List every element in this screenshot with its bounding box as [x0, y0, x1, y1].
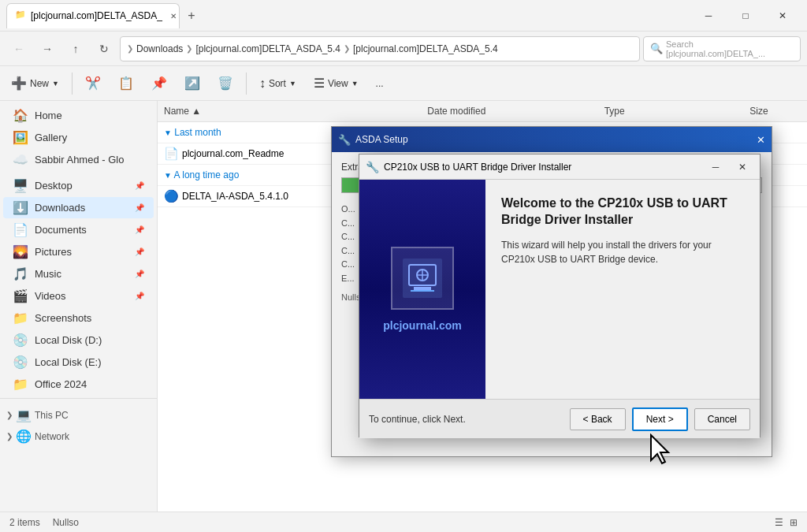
view-button[interactable]: ☰ View ▼ — [306, 71, 366, 95]
more-button[interactable]: ... — [368, 73, 392, 94]
new-chevron-icon: ▼ — [52, 80, 59, 87]
addr-chevron-2: ❯ — [186, 44, 192, 53]
cp210x-close-button[interactable]: ✕ — [731, 156, 753, 178]
sort-icon: ↕️ — [259, 76, 266, 91]
music-pin-icon: 📌 — [135, 270, 144, 278]
cp210x-right-panel: Welcome to the CP210x USB to UART Bridge… — [485, 180, 760, 399]
window-controls: ─ □ ✕ — [690, 0, 801, 32]
new-icon: ➕ — [11, 76, 27, 91]
col-type[interactable]: Type — [598, 101, 744, 122]
sidebar-item-gallery[interactable]: 🖼️ Gallery — [3, 127, 154, 148]
sidebar-item-office2024[interactable]: 📁 Office 2024 — [3, 374, 154, 395]
share-button[interactable]: ↗️ — [177, 71, 208, 95]
sidebar-item-downloads[interactable]: ⬇️ Downloads 📌 — [3, 197, 154, 218]
home-icon: 🏠 — [13, 108, 28, 123]
screenshots-icon: 📁 — [13, 311, 28, 326]
file-doc-icon: 📄 — [164, 147, 179, 161]
sort-label: Sort — [269, 78, 286, 89]
sidebar-item-desktop[interactable]: 🖥️ Desktop 📌 — [3, 175, 154, 196]
address-bar[interactable]: ❯ Downloads ❯ [plcjournal.com]DELTA_ASDA… — [120, 36, 640, 61]
active-tab[interactable]: 📁 [plcjournal.com]DELTA_ASDA_ ✕ — [6, 3, 180, 28]
status-right: ☰ ⊞ — [775, 517, 798, 528]
cp210x-logo-svg — [403, 259, 442, 298]
sidebar-onedrive-label: Sabbir Ahmed - Glo — [35, 154, 124, 166]
cp210x-next-button[interactable]: Next > — [632, 407, 688, 431]
cp210x-cancel-button[interactable]: Cancel — [694, 408, 750, 430]
group-chevron-icon: ▼ — [164, 128, 172, 137]
sidebar-item-onedrive[interactable]: ☁️ Sabbir Ahmed - Glo — [3, 149, 154, 170]
sidebar-item-screenshots[interactable]: 📁 Screenshots — [3, 307, 154, 329]
addr-chevron-1: ❯ — [127, 44, 133, 53]
new-button[interactable]: ➕ New ▼ — [3, 71, 67, 95]
up-button[interactable]: ↑ — [63, 36, 88, 61]
maximize-button[interactable]: □ — [727, 0, 764, 32]
cp210x-welcome-title: Welcome to the CP210x USB to UART Bridge… — [501, 195, 744, 229]
thispc-icon: 💻 — [16, 407, 32, 422]
search-icon: 🔍 — [650, 43, 663, 54]
table-header-row: Name ▲ Date modified Type Size — [158, 101, 807, 122]
command-bar: ➕ New ▼ ✂️ 📋 📌 ↗️ 🗑️ ↕️ Sort ▼ ☰ View ▼ … — [0, 66, 807, 101]
view-label: View — [328, 78, 348, 89]
desktop-icon: 🖥️ — [13, 178, 28, 193]
sidebar-item-home[interactable]: 🏠 Home — [3, 105, 154, 126]
sidebar-item-documents[interactable]: 📄 Documents 📌 — [3, 219, 154, 240]
status-nullsoft: Nullso — [53, 517, 79, 528]
sort-button[interactable]: ↕️ Sort ▼ — [251, 72, 304, 95]
installer-close-icon[interactable]: ✕ — [757, 134, 765, 146]
sidebar-downloads-label: Downloads — [35, 202, 85, 214]
copy-icon: 📋 — [118, 76, 134, 91]
back-button[interactable]: ← — [6, 36, 32, 61]
sidebar-local-d-label: Local Disk (D:) — [35, 334, 102, 346]
col-size[interactable]: Size — [743, 101, 807, 122]
item-count: 2 items — [9, 517, 40, 528]
sidebar-item-local-e[interactable]: 💿 Local Disk (E:) — [3, 352, 154, 373]
svg-rect-2 — [414, 287, 431, 290]
minimize-button[interactable]: ─ — [690, 0, 727, 32]
cp210x-dialog: 🔧 CP210x USB to UART Bridge Driver Insta… — [359, 154, 761, 437]
tab-close-button[interactable]: ✕ — [170, 9, 177, 22]
tab-folder-icon: 📁 — [15, 9, 26, 22]
pictures-pin-icon: 📌 — [135, 247, 144, 256]
pictures-icon: 🌄 — [13, 244, 28, 259]
paste-icon: 📌 — [151, 76, 167, 91]
col-date[interactable]: Date modified — [421, 101, 597, 122]
delete-button[interactable]: 🗑️ — [210, 71, 241, 95]
network-icon: 🌐 — [16, 429, 32, 444]
sidebar-thispc-section[interactable]: ❯ 💻 This PC — [0, 404, 157, 426]
close-button[interactable]: ✕ — [764, 0, 801, 32]
cp210x-title-icon: 🔧 — [366, 161, 379, 173]
sidebar-desktop-label: Desktop — [35, 180, 73, 192]
installer-title-text: ASDA Setup — [355, 134, 408, 145]
file-exe-icon: 🔵 — [164, 189, 179, 203]
cp210x-minimize-button[interactable]: ─ — [705, 156, 727, 178]
sidebar-office2024-label: Office 2024 — [35, 378, 87, 390]
search-box[interactable]: 🔍 Search [plcjournal.com]DELTA_... — [643, 36, 801, 61]
sidebar-network-section[interactable]: ❯ 🌐 Network — [0, 426, 157, 447]
videos-pin-icon: 📌 — [135, 292, 144, 300]
cp210x-welcome-text: This wizard will help you install the dr… — [501, 238, 744, 266]
view-grid-icon[interactable]: ⊞ — [790, 517, 798, 528]
copy-button[interactable]: 📋 — [110, 71, 142, 95]
videos-icon: 🎬 — [13, 288, 28, 303]
sidebar-item-pictures[interactable]: 🌄 Pictures 📌 — [3, 241, 154, 262]
sidebar-item-videos[interactable]: 🎬 Videos 📌 — [3, 285, 154, 307]
cut-button[interactable]: ✂️ — [77, 71, 109, 95]
cp210x-back-button[interactable]: < Back — [570, 408, 626, 430]
tab-title: [plcjournal.com]DELTA_ASDA_ — [31, 10, 162, 21]
forward-button[interactable]: → — [35, 36, 60, 61]
office2024-icon: 📁 — [13, 377, 28, 392]
new-tab-button[interactable]: + — [180, 4, 203, 28]
addr-delta2: [plcjournal.com]DELTA_ASDA_5.4 — [353, 43, 498, 54]
cut-icon: ✂️ — [85, 76, 101, 91]
cp210x-logo-text: plcjournal.com — [383, 319, 462, 332]
refresh-button[interactable]: ↻ — [91, 36, 117, 61]
addr-delta1: [plcjournal.com]DELTA_ASDA_5.4 — [195, 43, 340, 54]
sidebar-item-music[interactable]: 🎵 Music 📌 — [3, 263, 154, 285]
paste-button[interactable]: 📌 — [143, 71, 175, 95]
sidebar-item-local-d[interactable]: 💿 Local Disk (D:) — [3, 329, 154, 351]
col-name[interactable]: Name ▲ — [158, 101, 421, 122]
documents-pin-icon: 📌 — [135, 225, 144, 234]
sidebar-music-label: Music — [35, 268, 61, 280]
view-list-icon[interactable]: ☰ — [775, 517, 783, 528]
documents-icon: 📄 — [13, 222, 28, 237]
